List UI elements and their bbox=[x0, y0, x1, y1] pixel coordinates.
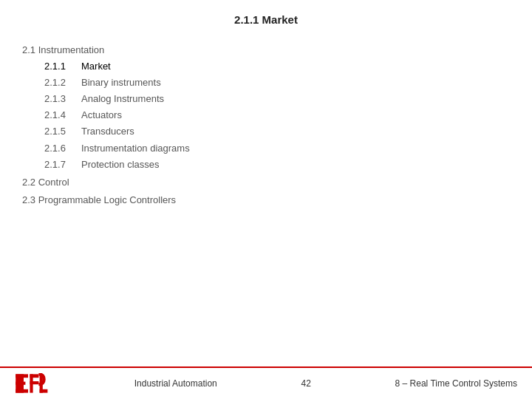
toc-child-number: 2.1.1 bbox=[44, 58, 72, 75]
toc-label-2-3: Programmable Logic Controllers bbox=[38, 194, 176, 205]
toc-child-label: Analog Instruments bbox=[81, 91, 164, 107]
toc-section-2-2: 2.2 Control bbox=[22, 174, 510, 191]
toc-child-label: Instrumentation diagrams bbox=[81, 140, 190, 157]
page-title: 2.1.1 Market bbox=[22, 13, 510, 26]
toc-number-2-2: 2.2 bbox=[22, 177, 38, 188]
footer-section: 8 – Real Time Control Systems bbox=[395, 378, 517, 389]
toc-parent-number: 2.1 bbox=[22, 44, 38, 55]
svg-rect-2 bbox=[16, 374, 28, 378]
toc-child-number: 2.1.2 bbox=[44, 75, 72, 91]
toc-child-label: Transducers bbox=[81, 123, 134, 140]
toc-child-row: 2.1.1Market bbox=[44, 58, 510, 75]
toc-child-row: 2.1.2Binary instruments bbox=[44, 75, 510, 91]
main-content: 2.1.1 Market 2.1 Instrumentation 2.1.1Ma… bbox=[0, 0, 532, 366]
toc-child-row: 2.1.7Protection classes bbox=[44, 157, 510, 173]
toc-children-2-1: 2.1.1Market2.1.2Binary instruments2.1.3A… bbox=[44, 58, 510, 173]
page: 2.1.1 Market 2.1 Instrumentation 2.1.1Ma… bbox=[0, 0, 532, 399]
toc-parent-label: 2.1 Instrumentation bbox=[22, 42, 510, 58]
toc-number-2-3: 2.3 bbox=[22, 194, 38, 205]
toc-child-label: Market bbox=[81, 58, 111, 75]
toc-child-row: 2.1.5Transducers bbox=[44, 123, 510, 140]
toc-child-label: Actuators bbox=[81, 107, 122, 123]
svg-rect-6 bbox=[30, 374, 38, 378]
toc-child-row: 2.1.3Analog Instruments bbox=[44, 91, 510, 107]
svg-rect-4 bbox=[16, 389, 28, 393]
footer-page-number: 42 bbox=[301, 378, 311, 389]
svg-rect-9 bbox=[40, 389, 48, 393]
svg-rect-7 bbox=[30, 381, 38, 384]
toc-child-row: 2.1.4Actuators bbox=[44, 107, 510, 123]
epfl-logo bbox=[15, 373, 50, 394]
toc-section-2-1: 2.1 Instrumentation 2.1.1Market2.1.2Bina… bbox=[22, 42, 510, 173]
svg-rect-3 bbox=[16, 382, 25, 385]
footer: Industrial Automation 42 8 – Real Time C… bbox=[0, 366, 532, 399]
toc-child-label: Binary instruments bbox=[81, 75, 161, 91]
toc-parent-title: Instrumentation bbox=[38, 44, 105, 55]
toc-child-number: 2.1.4 bbox=[44, 107, 72, 123]
footer-left bbox=[15, 373, 50, 394]
toc-child-number: 2.1.5 bbox=[44, 123, 72, 140]
footer-course: Industrial Automation bbox=[134, 378, 217, 389]
toc: 2.1 Instrumentation 2.1.1Market2.1.2Bina… bbox=[22, 42, 510, 208]
toc-child-number: 2.1.7 bbox=[44, 157, 72, 173]
toc-label-2-2: Control bbox=[38, 177, 69, 188]
toc-child-row: 2.1.6Instrumentation diagrams bbox=[44, 140, 510, 157]
toc-child-number: 2.1.3 bbox=[44, 91, 72, 107]
toc-child-label: Protection classes bbox=[81, 157, 160, 173]
toc-child-number: 2.1.6 bbox=[44, 140, 72, 157]
toc-section-2-3: 2.3 Programmable Logic Controllers bbox=[22, 192, 510, 208]
